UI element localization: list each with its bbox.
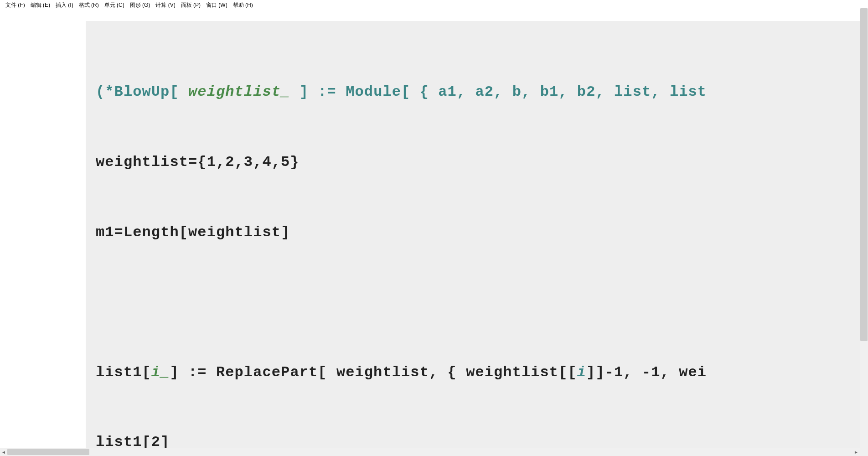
var-a1: a1 xyxy=(438,83,457,100)
comma: , xyxy=(558,83,577,100)
var-b1: b1 xyxy=(540,83,559,100)
list1-call: list1[2] xyxy=(96,434,170,448)
bracket: [ { xyxy=(401,83,438,100)
comma: , xyxy=(651,83,670,100)
comma: , xyxy=(494,83,512,100)
var-a2: a2 xyxy=(475,83,494,100)
code-line-blank1[interactable] xyxy=(96,290,852,314)
comma: , xyxy=(595,83,614,100)
replacepart-func: ReplacePart xyxy=(216,364,318,381)
scroll-left-arrow-icon[interactable]: ◄ xyxy=(0,448,7,456)
def-op: ] := xyxy=(290,83,346,100)
code-line-5[interactable]: list1[2] xyxy=(96,430,852,448)
input-cell[interactable]: (*BlowUp[ weightlist_ ] := Module[ { a1,… xyxy=(86,21,860,448)
comma: , xyxy=(457,83,475,100)
var-b2: b2 xyxy=(577,83,596,100)
list1-def: list1[ xyxy=(96,364,151,381)
scrollbar-corner xyxy=(860,448,868,456)
horizontal-scrollbar[interactable]: ◄ ► xyxy=(0,448,860,456)
def-op: ] := xyxy=(170,364,216,381)
m1-assign: m1= xyxy=(96,224,124,241)
var-b: b xyxy=(512,83,522,100)
func-name: BlowUp[ xyxy=(114,83,188,100)
module-kw: Module xyxy=(346,83,401,100)
rp-tail: ]]-1, -1, wei xyxy=(586,364,707,381)
code-line-3[interactable]: m1=Length[weightlist] xyxy=(96,221,852,244)
comma: , xyxy=(522,83,540,100)
code-line-4[interactable]: list1[i_] := ReplacePart[ weightlist, { … xyxy=(96,361,852,384)
length-arg: [weightlist] xyxy=(179,224,290,241)
pattern-arg: weightlist_ xyxy=(188,83,290,100)
vertical-scrollbar[interactable] xyxy=(860,8,868,448)
rp-args: [ weightlist, { weightlist[[ xyxy=(318,364,577,381)
var-list: list xyxy=(614,83,651,100)
weightlist-assign: weightlist={1,2,3,4,5} xyxy=(96,154,300,171)
comment-open: (* xyxy=(96,83,114,100)
text-cursor xyxy=(318,155,318,167)
horizontal-scroll-thumb[interactable] xyxy=(7,449,89,455)
var-list2: list xyxy=(670,83,707,100)
notebook-content[interactable]: (*BlowUp[ weightlist_ ] := Module[ { a1,… xyxy=(0,8,860,448)
code-line-2[interactable]: weightlist={1,2,3,4,5} xyxy=(96,150,852,174)
pattern-i: i_ xyxy=(151,364,170,381)
scroll-right-arrow-icon[interactable]: ► xyxy=(852,448,860,456)
horizontal-scroll-track[interactable] xyxy=(7,448,852,456)
var-i: i xyxy=(577,364,586,381)
vertical-scroll-thumb[interactable] xyxy=(860,8,868,341)
length-func: Length xyxy=(124,224,179,241)
code-line-1[interactable]: (*BlowUp[ weightlist_ ] := Module[ { a1,… xyxy=(96,80,852,104)
